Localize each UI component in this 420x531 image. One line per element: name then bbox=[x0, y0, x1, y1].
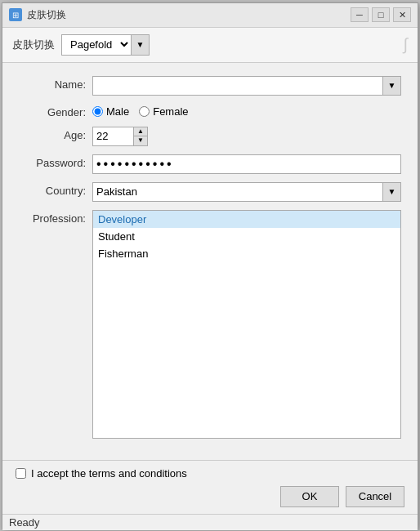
age-wrapper: ▲ ▼ bbox=[92, 127, 150, 146]
status-bar: Ready bbox=[2, 514, 418, 530]
gender-label: Gender: bbox=[19, 104, 92, 118]
age-spinner: ▲ ▼ bbox=[133, 127, 148, 146]
terms-checkbox[interactable] bbox=[16, 468, 26, 479]
gender-female-radio[interactable] bbox=[139, 106, 150, 117]
name-dropdown-arrow[interactable]: ▼ bbox=[382, 77, 400, 95]
country-input[interactable] bbox=[93, 183, 382, 201]
close-button[interactable]: ✕ bbox=[393, 7, 411, 22]
terms-label: I accept the terms and conditions bbox=[31, 467, 187, 480]
profession-label: Profession: bbox=[19, 210, 92, 225]
gender-male-label[interactable]: Male bbox=[92, 105, 129, 118]
age-input[interactable] bbox=[92, 127, 133, 146]
terms-row: I accept the terms and conditions bbox=[16, 467, 404, 480]
gender-row: Gender: Male Female bbox=[19, 104, 401, 118]
profession-control: Developer Student Fisherman bbox=[92, 210, 401, 439]
gender-male-text: Male bbox=[106, 105, 129, 118]
minimize-button[interactable]: ─ bbox=[351, 7, 369, 22]
title-buttons: ─ □ ✕ bbox=[351, 7, 411, 22]
country-dropdown-arrow[interactable]: ▼ bbox=[382, 183, 400, 201]
title-bar-left: ⊞ 皮肤切换 bbox=[9, 8, 66, 22]
gender-control: Male Female bbox=[92, 104, 401, 118]
profession-listbox[interactable]: Developer Student Fisherman bbox=[92, 210, 401, 439]
country-row: Country: ▼ bbox=[19, 182, 401, 202]
name-input-wrapper[interactable]: ▼ bbox=[92, 76, 401, 96]
profession-row: Profession: Developer Student Fisherman bbox=[19, 210, 401, 439]
toolbar-decoration: ∫ bbox=[404, 35, 408, 54]
country-label: Country: bbox=[19, 182, 92, 197]
maximize-button[interactable]: □ bbox=[372, 7, 390, 22]
country-control: ▼ bbox=[92, 182, 401, 202]
form-content: Name: ▼ Gender: Male Female bbox=[2, 63, 418, 460]
gender-female-label[interactable]: Female bbox=[139, 105, 188, 118]
list-item[interactable]: Fisherman bbox=[93, 245, 400, 262]
country-select-wrapper[interactable]: ▼ bbox=[92, 182, 401, 202]
list-item[interactable]: Student bbox=[93, 228, 400, 245]
list-item[interactable]: Developer bbox=[93, 211, 400, 228]
button-row: OK Cancel bbox=[16, 486, 404, 507]
password-input[interactable] bbox=[92, 154, 401, 174]
cancel-button[interactable]: Cancel bbox=[346, 486, 404, 507]
age-label: Age: bbox=[19, 127, 92, 141]
skin-select[interactable]: Pagefold bbox=[62, 36, 131, 53]
title-bar: ⊞ 皮肤切换 ─ □ ✕ bbox=[2, 3, 418, 28]
age-decrement-button[interactable]: ▼ bbox=[134, 136, 147, 145]
name-control: ▼ bbox=[92, 76, 401, 96]
ok-button[interactable]: OK bbox=[280, 486, 339, 507]
password-control bbox=[92, 154, 401, 174]
age-control: ▲ ▼ bbox=[92, 127, 401, 146]
footer: I accept the terms and conditions OK Can… bbox=[2, 460, 418, 514]
name-input[interactable] bbox=[93, 77, 382, 95]
skin-label: 皮肤切换 bbox=[12, 38, 55, 52]
password-row: Password: bbox=[19, 154, 401, 174]
skin-dropdown-arrow[interactable]: ▼ bbox=[131, 35, 149, 55]
name-label: Name: bbox=[19, 76, 92, 91]
main-window: ⊞ 皮肤切换 ─ □ ✕ 皮肤切换 Pagefold ▼ ∫ Name: ▼ bbox=[2, 2, 418, 529]
window-icon: ⊞ bbox=[9, 8, 22, 21]
skin-selector[interactable]: Pagefold ▼ bbox=[61, 34, 150, 56]
name-row: Name: ▼ bbox=[19, 76, 401, 96]
gender-male-radio[interactable] bbox=[92, 106, 103, 117]
age-row: Age: ▲ ▼ bbox=[19, 127, 401, 146]
status-text: Ready bbox=[9, 516, 40, 529]
gender-female-text: Female bbox=[153, 105, 188, 118]
password-label: Password: bbox=[19, 154, 92, 169]
age-increment-button[interactable]: ▲ bbox=[134, 127, 147, 136]
toolbar: 皮肤切换 Pagefold ▼ ∫ bbox=[2, 28, 418, 63]
window-title: 皮肤切换 bbox=[27, 8, 66, 22]
